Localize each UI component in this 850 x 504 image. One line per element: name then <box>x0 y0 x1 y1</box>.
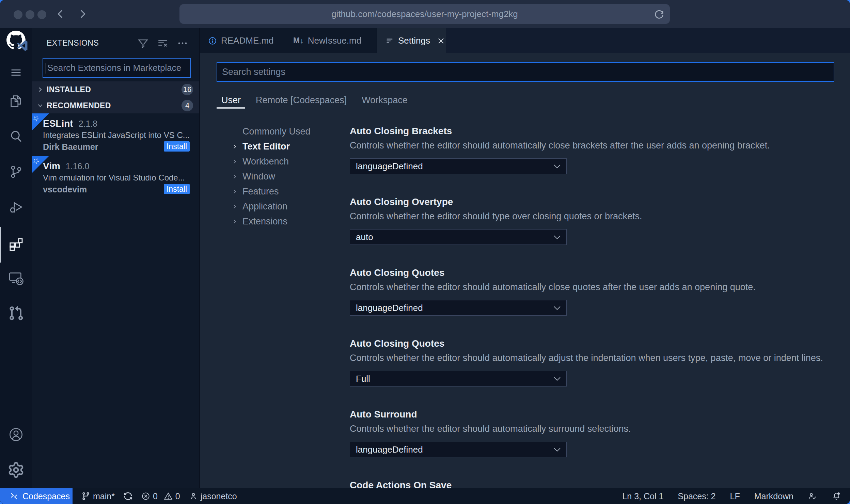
settings-search-input[interactable] <box>217 63 834 81</box>
section-recommended[interactable]: RECOMMENDED 4 <box>32 98 199 113</box>
extension-version: 2.1.8 <box>79 119 98 129</box>
explorer-icon[interactable] <box>8 93 24 109</box>
tab-label: NewIssue.md <box>308 35 362 46</box>
settings-search-box[interactable] <box>217 62 834 82</box>
filter-icon[interactable] <box>137 37 149 49</box>
window-controls <box>14 10 46 19</box>
toc-item-extensions[interactable]: Extensions <box>232 214 350 229</box>
extension-publisher: vscodevim <box>43 185 87 194</box>
remote-explorer-icon[interactable] <box>8 270 24 286</box>
toc-item-application[interactable]: Application <box>232 199 350 214</box>
tab-settings[interactable]: Settings <box>377 28 446 53</box>
window-zoom-button[interactable] <box>37 10 46 19</box>
language-mode[interactable]: Markdown <box>754 491 793 501</box>
setting-description: Controls whether the editor should type … <box>350 210 835 222</box>
url-text: github.com/codespaces/user-my-project-mg… <box>331 9 518 19</box>
sidebar-title: EXTENSIONS <box>47 38 99 48</box>
markdown-icon: M↓ <box>293 36 304 45</box>
extension-name: Vim <box>43 161 60 172</box>
main-area: EXTENSIONS <box>0 28 850 488</box>
menu-icon[interactable] <box>8 65 24 80</box>
dropdown-value: Full <box>356 374 370 384</box>
cursor-position[interactable]: Ln 3, Col 1 <box>622 491 663 501</box>
toc-item-commonly-used[interactable]: Commonly Used <box>232 124 350 139</box>
window-minimize-button[interactable] <box>26 10 34 19</box>
chevron-down-icon <box>553 164 561 169</box>
feedback-icon[interactable] <box>808 491 817 501</box>
setting-dropdown[interactable]: auto <box>350 229 567 245</box>
setting-title: Auto Closing Quotes <box>350 266 837 280</box>
person-icon <box>189 492 198 501</box>
dropdown-value: languageDefined <box>356 303 423 313</box>
notifications-bell-icon[interactable] <box>832 491 841 501</box>
setting-dropdown[interactable]: Full <box>350 371 567 387</box>
scope-tab-remote[interactable]: Remote [Codespaces] <box>256 95 347 106</box>
eol-sequence[interactable]: LF <box>730 491 740 501</box>
extension-item-eslint[interactable]: ☆ ESLint 2.1.8 Integrates ESLint JavaScr… <box>32 113 199 156</box>
extensions-sidebar: EXTENSIONS <box>32 28 200 488</box>
setting-auto-indent: Auto Closing Quotes Controls whether the… <box>350 336 837 387</box>
more-actions-icon[interactable] <box>177 37 188 49</box>
sidebar-header: EXTENSIONS <box>32 28 199 58</box>
error-count: 0 <box>153 491 158 501</box>
account-icon[interactable] <box>8 427 24 442</box>
extensions-search-box[interactable] <box>43 58 191 78</box>
indentation[interactable]: Spaces: 2 <box>678 491 715 501</box>
setting-dropdown[interactable]: languageDefined <box>350 158 567 174</box>
github-codespaces-logo <box>6 31 26 50</box>
scope-tab-workspace[interactable]: Workspace <box>362 95 408 106</box>
chevron-down-icon <box>553 377 561 381</box>
branch-label: main* <box>93 491 115 501</box>
chevron-right-icon <box>232 219 242 224</box>
remote-icon <box>9 491 19 501</box>
toc-item-text-editor[interactable]: Text Editor <box>232 139 350 154</box>
user-label: jasonetco <box>201 491 237 501</box>
problems-status[interactable]: 0 0 <box>141 491 180 501</box>
refresh-icon[interactable] <box>654 9 664 19</box>
install-button[interactable]: Install <box>164 141 190 152</box>
section-installed[interactable]: INSTALLED 16 <box>32 81 199 98</box>
scope-tab-user[interactable]: User <box>221 95 241 106</box>
chevron-down-icon <box>553 235 561 240</box>
section-label: RECOMMENDED <box>47 101 111 110</box>
sync-status[interactable] <box>124 492 132 501</box>
chevron-right-icon <box>37 87 43 92</box>
browser-titlebar: github.com/codespaces/user-my-project-mg… <box>0 0 850 28</box>
source-control-icon[interactable] <box>8 164 24 179</box>
setting-dropdown[interactable]: languageDefined <box>350 300 567 316</box>
dropdown-value: languageDefined <box>356 444 423 455</box>
settings-toc: Commonly Used Text Editor Workbench <box>232 124 350 229</box>
status-bar: Codespaces main* 0 0 <box>0 488 850 504</box>
browser-forward-icon[interactable] <box>76 7 89 20</box>
text-caret <box>46 63 46 74</box>
chevron-right-icon <box>232 204 242 209</box>
address-bar[interactable]: github.com/codespaces/user-my-project-mg… <box>179 4 670 24</box>
tab-readme[interactable]: README.md <box>200 28 285 53</box>
sync-icon <box>124 492 132 501</box>
settings-gear-icon[interactable] <box>8 462 24 478</box>
tab-newissue[interactable]: M↓ NewIssue.md <box>285 28 377 53</box>
user-status[interactable]: jasonetco <box>189 491 237 501</box>
close-icon[interactable] <box>437 37 445 45</box>
extension-item-vim[interactable]: ☆ Vim 1.16.0 Vim emulation for Visual St… <box>32 156 199 199</box>
browser-back-icon[interactable] <box>54 7 67 20</box>
tab-label: Settings <box>398 35 430 46</box>
setting-dropdown[interactable]: languageDefined <box>350 442 567 457</box>
branch-status[interactable]: main* <box>81 491 115 501</box>
window-close-button[interactable] <box>14 10 22 19</box>
warning-count: 0 <box>175 491 180 501</box>
search-icon[interactable] <box>8 128 24 144</box>
clear-search-results-icon[interactable] <box>157 37 169 49</box>
extension-description: Integrates ESLint JavaScript into VS C..… <box>43 130 193 140</box>
setting-auto-closing-overtype: Auto Closing Overtype Controls whether t… <box>350 195 837 245</box>
toc-item-features[interactable]: Features <box>232 184 350 199</box>
run-debug-icon[interactable] <box>8 199 24 215</box>
extensions-icon[interactable] <box>8 236 24 252</box>
chevron-down-icon <box>553 447 561 452</box>
pull-requests-icon[interactable] <box>8 305 24 321</box>
codespaces-remote-button[interactable]: Codespaces <box>0 488 73 504</box>
extensions-search-input[interactable] <box>43 59 190 77</box>
install-button[interactable]: Install <box>164 184 190 194</box>
toc-item-window[interactable]: Window <box>232 169 350 184</box>
toc-item-workbench[interactable]: Workbench <box>232 154 350 169</box>
